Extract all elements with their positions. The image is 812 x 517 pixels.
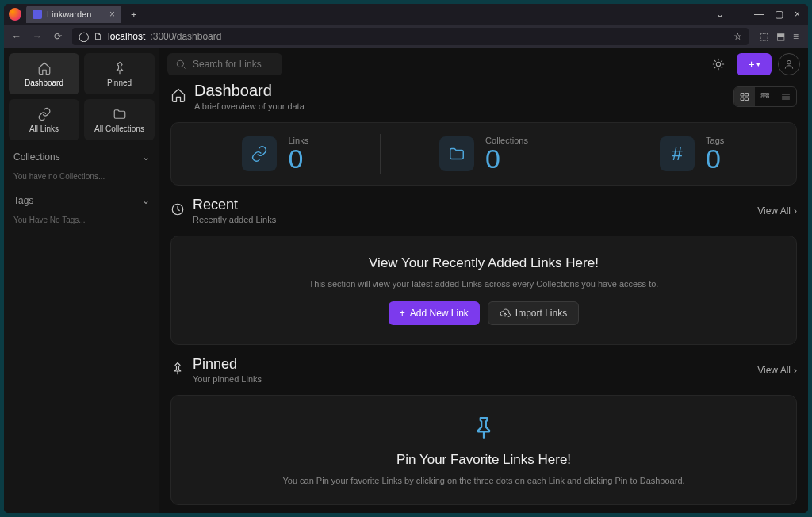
pin-icon [113, 61, 127, 75]
recent-view-all-link[interactable]: View All › [757, 205, 797, 216]
search-placeholder: Search for Links [193, 59, 262, 70]
sidebar-label: Dashboard [25, 79, 63, 87]
sidebar-item-all-links[interactable]: All Links [9, 99, 79, 140]
pinned-view-all-link[interactable]: View All › [757, 365, 797, 376]
link-icon [242, 136, 277, 171]
svg-rect-5 [741, 98, 745, 101]
titlebar: Linkwarden × + ⌄ — ▢ × [4, 4, 808, 25]
home-icon [37, 61, 52, 75]
search-input[interactable]: Search for Links [167, 53, 282, 75]
svg-rect-6 [745, 98, 749, 101]
url-path: :3000/dashboard [150, 31, 221, 42]
recent-title: Recent [193, 197, 276, 213]
stat-links-value: 0 [288, 145, 308, 172]
list-icon [781, 92, 791, 101]
theme-toggle-button[interactable] [707, 53, 730, 75]
clock-icon [170, 202, 185, 219]
cloud-upload-icon [500, 308, 511, 319]
svg-rect-8 [764, 93, 767, 95]
add-button[interactable]: + ▾ [737, 53, 772, 75]
nav-forward-icon[interactable]: → [31, 31, 44, 42]
window-close-icon[interactable]: × [791, 9, 803, 20]
stat-links: Links 0 [171, 123, 380, 185]
hamburger-menu-icon[interactable]: ≡ [793, 31, 799, 42]
folder-icon [113, 107, 127, 121]
svg-rect-7 [762, 93, 764, 95]
sidebar: Dashboard Pinned All Links All Collectio… [4, 48, 159, 513]
grid-small-icon [740, 92, 749, 101]
stat-tags: # Tags 0 [588, 123, 796, 185]
sidebar-item-pinned[interactable]: Pinned [84, 53, 155, 94]
window-maximize-icon[interactable]: ▢ [772, 9, 787, 20]
tabs-dropdown-icon[interactable]: ⌄ [713, 9, 727, 20]
shield-icon: ◯ [79, 31, 89, 42]
user-icon [783, 59, 795, 70]
bookmark-star-icon[interactable]: ☆ [733, 31, 742, 42]
pin-icon [170, 362, 185, 378]
pinned-subtitle: Your pinned Links [193, 374, 262, 384]
lock-icon: 🗋 [94, 31, 103, 42]
new-tab-button[interactable]: + [126, 9, 142, 21]
svg-point-1 [716, 62, 720, 66]
view-all-label: View All [757, 365, 791, 376]
browser-tab[interactable]: Linkwarden × [26, 6, 121, 23]
chevron-down-icon: ⌄ [142, 195, 150, 206]
nav-back-icon[interactable]: ← [10, 31, 23, 42]
extensions-icon[interactable]: ⬒ [776, 31, 785, 42]
import-links-button[interactable]: Import Links [488, 301, 579, 325]
pinned-panel: Pin Your Favorite Links Here! You can Pi… [170, 395, 797, 505]
pinned-panel-title: Pin Your Favorite Links Here! [396, 452, 571, 468]
firefox-logo-icon [9, 8, 21, 21]
import-links-label: Import Links [515, 308, 567, 319]
stat-tags-value: 0 [706, 145, 724, 172]
add-new-link-label: Add New Link [410, 308, 469, 319]
view-grid-button[interactable] [755, 87, 776, 106]
browser-toolbar: ← → ⟳ ◯ 🗋 localhost:3000/dashboard ☆ ⬚ ⬒… [4, 25, 808, 48]
sidebar-item-all-collections[interactable]: All Collections [84, 99, 155, 140]
topbar: Search for Links + ▾ [159, 48, 808, 80]
svg-rect-9 [768, 93, 769, 95]
view-toggle [733, 86, 797, 107]
pin-large-icon [470, 415, 497, 444]
sidebar-collections-header[interactable]: Collections ⌄ [9, 145, 155, 164]
chevron-right-icon: › [794, 205, 797, 216]
nav-reload-icon[interactable]: ⟳ [52, 31, 64, 42]
view-list-button[interactable] [776, 87, 796, 106]
sun-icon [712, 58, 725, 71]
tags-empty-text: You Have No Tags... [9, 213, 155, 228]
recent-panel-title: View Your Recently Added Links Here! [369, 255, 599, 271]
home-icon [170, 87, 186, 105]
window-minimize-icon[interactable]: — [751, 9, 767, 20]
view-all-label: View All [757, 205, 791, 216]
url-host: localhost [108, 31, 145, 42]
content: Search for Links + ▾ [159, 48, 808, 513]
sidebar-label: All Collections [94, 124, 144, 133]
page-title: Dashboard [194, 82, 304, 100]
chevron-right-icon: › [794, 365, 797, 376]
pocket-icon[interactable]: ⬚ [760, 31, 768, 42]
tab-title: Linkwarden [47, 10, 91, 19]
recent-subtitle: Recently added Links [193, 215, 276, 224]
page-subtitle: A brief overview of your data [194, 101, 304, 111]
user-avatar[interactable] [778, 53, 800, 75]
url-bar[interactable]: ◯ 🗋 localhost:3000/dashboard ☆ [72, 28, 749, 45]
link-icon [37, 107, 52, 121]
caret-down-icon: ▾ [756, 60, 760, 68]
sidebar-item-dashboard[interactable]: Dashboard [9, 53, 79, 94]
tab-close-icon[interactable]: × [109, 9, 115, 20]
sidebar-tags-header[interactable]: Tags ⌄ [9, 189, 155, 208]
pinned-title: Pinned [193, 356, 262, 373]
svg-rect-12 [768, 96, 769, 98]
plus-icon: + [400, 308, 405, 319]
tags-label: Tags [13, 195, 33, 206]
chevron-down-icon: ⌄ [142, 151, 150, 163]
view-card-button[interactable] [734, 87, 755, 106]
svg-rect-11 [764, 96, 767, 98]
svg-rect-4 [745, 93, 749, 96]
recent-panel-sub: This section will view your latest added… [309, 279, 659, 289]
pinned-panel-sub: You can Pin your favorite Links by click… [282, 476, 684, 485]
svg-point-2 [787, 60, 791, 64]
plus-icon: + [748, 58, 754, 71]
add-new-link-button[interactable]: + Add New Link [389, 301, 480, 325]
tab-favicon-icon [33, 10, 42, 19]
